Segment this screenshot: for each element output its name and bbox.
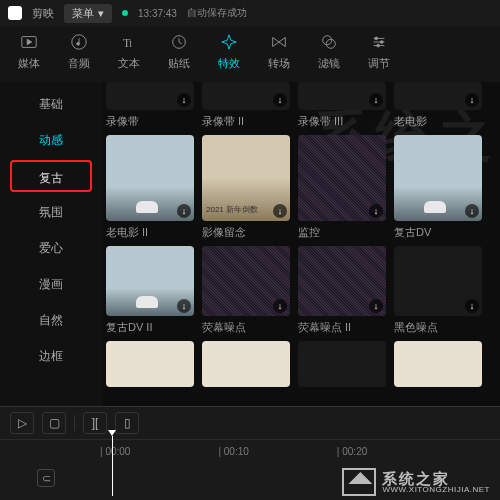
tab-sticker[interactable]: 贴纸 — [154, 32, 204, 82]
sidebar-item-comic[interactable]: 漫画 — [10, 268, 92, 300]
titlebar: 剪映 菜单▾ 13:37:43 自动保存成功 — [0, 0, 500, 26]
download-icon[interactable] — [177, 204, 191, 218]
tab-adjust[interactable]: 调节 — [354, 32, 404, 82]
download-icon[interactable] — [369, 204, 383, 218]
download-icon[interactable] — [273, 204, 287, 218]
download-icon[interactable] — [177, 93, 191, 107]
effect-item[interactable]: 老电影 II — [106, 135, 194, 240]
effect-item[interactable]: 荧幕噪点 II — [298, 246, 386, 335]
music-note-icon — [69, 32, 89, 52]
tool-button[interactable]: ▢ — [42, 412, 66, 434]
sparkle-icon — [219, 32, 239, 52]
menu-dropdown[interactable]: 菜单▾ — [64, 4, 112, 23]
time-ruler[interactable]: | 00:00 | 00:10 | 00:20 — [0, 439, 500, 463]
sidebar-item-ambience[interactable]: 氛围 — [10, 196, 92, 228]
effect-item[interactable]: 老电影 — [394, 82, 482, 129]
svg-point-9 — [380, 41, 383, 44]
effect-item[interactable]: 录像带 III — [298, 82, 386, 129]
tab-filter[interactable]: 滤镜 — [304, 32, 354, 82]
effect-item[interactable]: 复古DV — [394, 135, 482, 240]
svg-point-7 — [326, 39, 335, 48]
playhead[interactable] — [112, 436, 113, 496]
text-t-icon: TI — [119, 32, 139, 52]
bowtie-icon — [269, 32, 289, 52]
download-icon[interactable] — [177, 299, 191, 313]
sidebar-item-retro[interactable]: 复古 — [10, 160, 92, 192]
venn-icon — [319, 32, 339, 52]
pointer-tool[interactable]: ▷ — [10, 412, 34, 434]
sliders-icon — [369, 32, 389, 52]
watermark-logo-icon — [342, 468, 376, 496]
sidebar-item-border[interactable]: 边框 — [10, 340, 92, 372]
sidebar-item-heart[interactable]: 爱心 — [10, 232, 92, 264]
save-status-icon — [122, 10, 128, 16]
tab-audio[interactable]: 音频 — [54, 32, 104, 82]
download-icon[interactable] — [465, 299, 479, 313]
tab-effect[interactable]: 特效 — [204, 32, 254, 82]
play-rect-icon — [19, 32, 39, 52]
effect-item[interactable]: 2021 新年倒数影像留念 — [202, 135, 290, 240]
effect-item[interactable]: 录像带 II — [202, 82, 290, 129]
download-icon[interactable] — [465, 93, 479, 107]
sidebar-item-dynamic[interactable]: 动感 — [10, 124, 92, 156]
download-icon[interactable] — [369, 93, 383, 107]
effect-item[interactable] — [106, 341, 194, 387]
effect-grid: 录像带 录像带 II 录像带 III 老电影 老电影 II 2021 新年倒数影… — [102, 82, 500, 406]
svg-point-10 — [377, 44, 380, 47]
effect-item[interactable]: 录像带 — [106, 82, 194, 129]
tab-text[interactable]: TI 文本 — [104, 32, 154, 82]
tab-media[interactable]: 媒体 — [4, 32, 54, 82]
svg-point-2 — [77, 42, 80, 45]
download-icon[interactable] — [465, 204, 479, 218]
save-status: 自动保存成功 — [187, 6, 247, 20]
top-toolbar: 媒体 音频 TI 文本 贴纸 特效 转场 滤镜 调节 — [0, 26, 500, 82]
effect-item[interactable]: 监控 — [298, 135, 386, 240]
download-icon[interactable] — [369, 299, 383, 313]
svg-point-6 — [323, 36, 332, 45]
download-icon[interactable] — [273, 93, 287, 107]
effect-item[interactable] — [298, 341, 386, 387]
sidebar-item-nature[interactable]: 自然 — [10, 304, 92, 336]
effect-item[interactable]: 黑色噪点 — [394, 246, 482, 335]
sidebar-item-basic[interactable]: 基础 — [10, 88, 92, 120]
lane-lock-button[interactable]: ⊂ — [37, 469, 55, 487]
download-icon[interactable] — [273, 299, 287, 313]
app-name: 剪映 — [32, 6, 54, 21]
tab-transition[interactable]: 转场 — [254, 32, 304, 82]
effect-item[interactable] — [202, 341, 290, 387]
clock-icon — [169, 32, 189, 52]
save-time: 13:37:43 — [138, 8, 177, 19]
svg-text:I: I — [129, 39, 132, 49]
app-logo-icon — [8, 6, 22, 20]
delete-tool[interactable]: ▯ — [115, 412, 139, 434]
effect-item[interactable]: 复古DV II — [106, 246, 194, 335]
split-tool[interactable]: ]​[ — [83, 412, 107, 434]
watermark: 系统之家 WWW.XITONGZHIJIA.NET — [342, 468, 490, 496]
timeline-tools: ▷ ▢ ]​[ ▯ — [0, 407, 500, 439]
effect-item[interactable] — [394, 341, 482, 387]
effect-item[interactable]: 荧幕噪点 — [202, 246, 290, 335]
category-sidebar: 基础 动感 复古 氛围 爱心 漫画 自然 边框 — [0, 82, 102, 406]
svg-point-8 — [375, 37, 378, 40]
